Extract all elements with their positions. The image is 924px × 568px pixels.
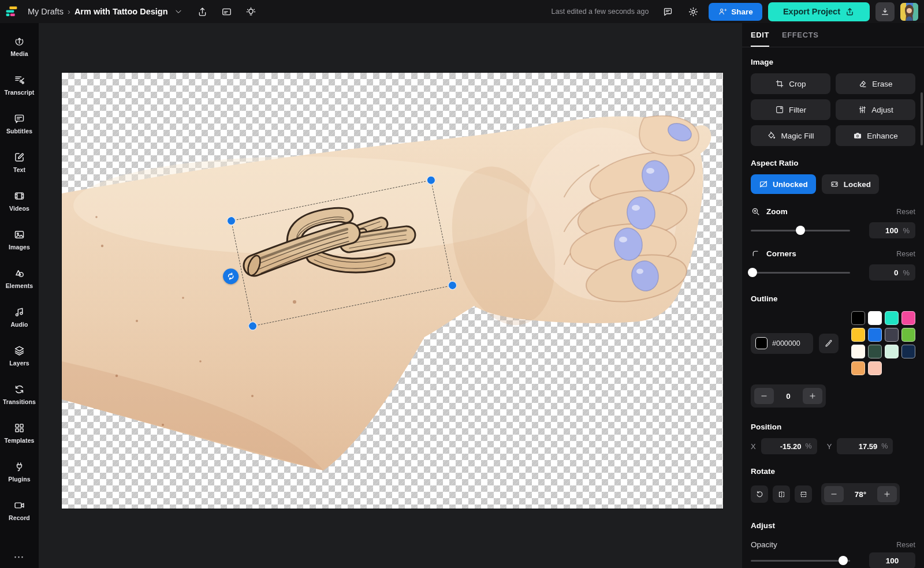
flip-horizontal-icon [777, 490, 786, 499]
outline-width-decrease-button[interactable] [754, 388, 774, 404]
topbar-right: Last edited a few seconds ago Share Expo… [551, 2, 924, 21]
swatch-peach[interactable] [868, 361, 882, 375]
title-chevron-down-icon[interactable] [172, 5, 185, 18]
zoom-label: Zoom [766, 207, 788, 216]
aspect-ratio-buttons: Unlocked Locked [751, 174, 915, 194]
settings-gear-icon[interactable] [683, 2, 703, 21]
opacity-value-input[interactable]: 100 [869, 552, 915, 568]
sidebar-item-text[interactable]: Text [0, 143, 39, 181]
swatch-dark-gray[interactable] [885, 328, 899, 342]
swatch-yellow[interactable] [851, 328, 865, 342]
corners-value-input[interactable]: 0% [869, 264, 915, 281]
zoom-value-input[interactable]: 100% [869, 222, 915, 238]
flip-vertical-button[interactable] [795, 485, 812, 503]
audio-icon [13, 306, 25, 318]
top-bar: My Drafts › Arm with Tattoo Design Last … [0, 0, 924, 23]
avatar-image [900, 3, 918, 21]
crop-button[interactable]: Crop [751, 73, 830, 94]
swatch-black[interactable] [851, 311, 865, 325]
rotate-stepper: 78° [821, 483, 900, 505]
export-icon [845, 7, 855, 17]
zoom-reset[interactable]: Reset [896, 208, 915, 216]
record-icon [13, 499, 25, 511]
filter-label: Filter [789, 106, 806, 114]
text-edit-icon [13, 151, 25, 163]
workspace[interactable] [39, 23, 742, 568]
filter-button[interactable]: Filter [751, 99, 830, 120]
comments-icon[interactable] [658, 2, 677, 21]
suggestions-lightbulb-icon[interactable] [241, 2, 261, 21]
tab-effects[interactable]: EFFECTS [782, 23, 818, 47]
aspect-unlocked-button[interactable]: Unlocked [751, 174, 816, 194]
sidebar-item-transcript[interactable]: Transcript [0, 65, 39, 104]
sidebar-item-images[interactable]: Images [0, 220, 39, 259]
sidebar-item-audio[interactable]: Audio [0, 297, 39, 336]
outline-current-color [755, 337, 767, 349]
locked-label: Locked [844, 180, 871, 189]
sidebar-item-videos[interactable]: Videos [0, 181, 39, 220]
sidebar-item-elements[interactable]: Elements [0, 259, 39, 297]
swatch-turquoise[interactable] [885, 311, 899, 325]
share-out-icon[interactable] [193, 2, 213, 21]
kapwing-logo-icon [4, 4, 19, 19]
swatch-mint[interactable] [885, 345, 899, 358]
aspect-locked-button[interactable]: Locked [822, 174, 879, 194]
swatch-blue[interactable] [868, 328, 882, 342]
eyedropper-button[interactable] [819, 334, 839, 353]
rotate-increase-button[interactable] [877, 486, 897, 502]
export-project-button[interactable]: Export Project [768, 2, 870, 21]
download-button[interactable] [875, 2, 895, 21]
swatch-orange[interactable] [851, 361, 865, 375]
enhance-button[interactable]: Enhance [836, 125, 915, 146]
last-edited-status: Last edited a few seconds ago [551, 8, 649, 16]
position-y-label: Y [827, 442, 832, 451]
user-avatar[interactable] [900, 3, 918, 21]
position-x-input[interactable]: -15.20% [761, 438, 817, 454]
kapwing-logo[interactable] [0, 0, 23, 23]
share-button[interactable]: Share [709, 3, 762, 21]
swatch-pink[interactable] [901, 311, 915, 325]
erase-button[interactable]: Erase [836, 73, 915, 94]
minus-icon [760, 392, 768, 400]
opacity-slider[interactable] [751, 556, 850, 565]
corners-reset[interactable]: Reset [896, 250, 915, 258]
canvas[interactable] [62, 73, 723, 509]
position-x-label: X [751, 442, 756, 451]
corners-slider[interactable] [751, 268, 850, 277]
sidebar-more-button[interactable]: ⋯ [14, 551, 25, 563]
breadcrumb-my-drafts[interactable]: My Drafts [28, 7, 64, 16]
sidebar-item-templates[interactable]: Templates [0, 413, 39, 452]
swatch-green[interactable] [901, 328, 915, 342]
rotate-90-button[interactable] [751, 485, 768, 503]
sidebar-item-record[interactable]: Record [0, 491, 39, 529]
canvas-notes-icon[interactable] [217, 2, 237, 21]
position-y-input[interactable]: 17.59% [837, 438, 893, 454]
zoom-slider[interactable] [751, 226, 850, 235]
sidebar-item-plugins[interactable]: Plugins [0, 452, 39, 491]
swatch-white[interactable] [868, 311, 882, 325]
sidebar-item-transitions[interactable]: Transitions [0, 375, 39, 413]
panel-scrollbar[interactable] [921, 92, 923, 145]
opacity-header: Opacity Reset [751, 540, 915, 549]
crop-label: Crop [789, 80, 806, 88]
swatch-dark-green[interactable] [868, 345, 882, 358]
outline-width-increase-button[interactable] [803, 388, 822, 404]
outline-color-input[interactable]: #000000 [751, 333, 813, 354]
magic-fill-button[interactable]: Magic Fill [751, 125, 830, 146]
flip-horizontal-button[interactable] [773, 485, 790, 503]
crop-icon [775, 79, 784, 88]
flip-vertical-icon [799, 490, 808, 499]
project-title[interactable]: Arm with Tattoo Design [74, 7, 168, 16]
swatch-cream[interactable] [851, 345, 865, 358]
adjust-button[interactable]: Adjust [836, 99, 915, 120]
sidebar-item-subtitles[interactable]: Subtitles [0, 104, 39, 143]
opacity-reset[interactable]: Reset [896, 541, 915, 549]
locked-ratio-icon [830, 180, 839, 189]
swatch-navy[interactable] [901, 345, 915, 358]
sidebar-item-layers[interactable]: Layers [0, 336, 39, 375]
subtitles-icon [13, 113, 25, 125]
rotate-decrease-button[interactable] [824, 486, 844, 502]
tab-edit[interactable]: EDIT [751, 23, 769, 47]
sidebar-item-media[interactable]: Media [0, 27, 39, 65]
templates-icon [13, 422, 25, 434]
